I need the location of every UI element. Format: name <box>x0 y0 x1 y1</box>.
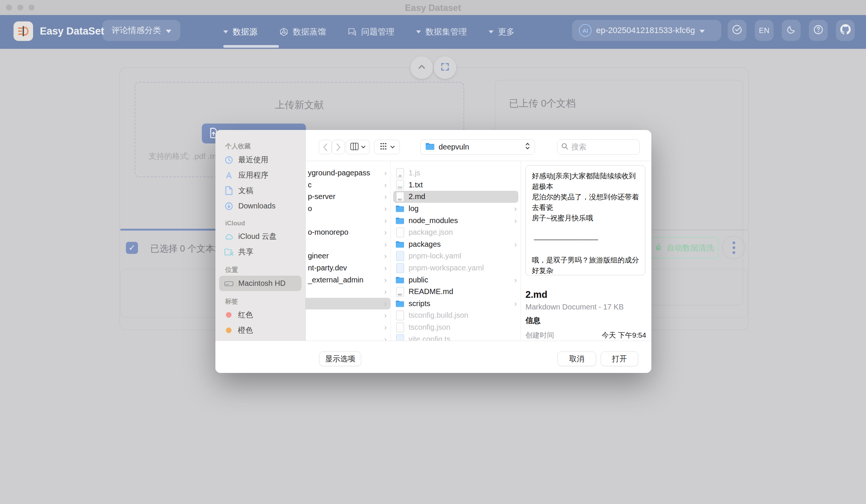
forward-button[interactable] <box>332 140 345 154</box>
sidebar-item-label: 共享 <box>238 247 253 257</box>
file-row[interactable]: package.json <box>391 226 521 238</box>
chevron-right-icon: › <box>384 252 387 260</box>
file-icon: MD <box>395 287 404 297</box>
auto-clean-label: 自动数据清洗 <box>667 243 714 253</box>
cancel-button[interactable]: 取消 <box>557 352 596 366</box>
file-row[interactable]: MD2.md <box>393 191 518 203</box>
nav-item-4[interactable]: 更多 <box>489 26 515 38</box>
sidebar-item-Macintosh HD[interactable]: Macintosh HD <box>219 276 301 291</box>
folder-row[interactable]: › <box>306 214 391 226</box>
model-selector[interactable]: AI ep-20250412181533-kfc6g <box>572 20 721 41</box>
file-row[interactable]: pnpm-workspace.yaml <box>391 262 521 274</box>
file-row[interactable]: JS1.js <box>391 167 521 179</box>
github-button[interactable] <box>836 20 855 41</box>
auto-clean-button[interactable]: 自动数据清洗 <box>649 237 719 258</box>
folder-row[interactable]: gineer› <box>306 250 391 262</box>
file-row[interactable]: pnpm-lock.yaml <box>391 250 521 262</box>
folder-row[interactable]: scripts› <box>391 298 521 310</box>
sidebar-item-最近使用[interactable]: 最近使用 <box>219 152 301 167</box>
project-selector-label: 评论情感分类 <box>112 25 161 36</box>
folder-row[interactable]: public› <box>391 274 521 286</box>
folder-row[interactable]: › <box>306 333 391 341</box>
sidebar-item-文稿[interactable]: 文稿 <box>219 183 301 198</box>
file-name: package.json <box>409 228 518 237</box>
sidebar-item-iCloud 云盘[interactable]: iCloud 云盘 <box>219 229 301 244</box>
file-icon: MD <box>395 192 404 202</box>
app-navbar: Easy DataSet 评论情感分类 数据源数据蒸馏问题管理数据集管理更多 A… <box>0 15 866 49</box>
help-button[interactable] <box>809 20 828 41</box>
folder-row[interactable]: nt-party.dev› <box>306 262 391 274</box>
folder-row[interactable]: o-monorepo› <box>306 226 391 238</box>
folder-row[interactable]: › <box>306 238 391 250</box>
chevron-right-icon: › <box>514 276 517 284</box>
sidebar-item-红色[interactable]: 红色 <box>219 307 301 323</box>
fullscreen-button[interactable] <box>434 56 456 79</box>
nav-item-label: 数据蒸馏 <box>293 26 326 38</box>
select-all-checkbox[interactable]: ✓ <box>126 242 138 254</box>
file-name: 1.txt <box>409 181 518 189</box>
search-placeholder: 搜索 <box>571 142 586 152</box>
ai-model-icon: AI <box>579 24 592 37</box>
group-by-button[interactable] <box>374 140 400 154</box>
folder-row[interactable]: p-server› <box>306 191 391 203</box>
open-button[interactable]: 打开 <box>601 352 638 366</box>
file-row[interactable]: vite.config.ts <box>391 333 521 341</box>
current-folder-dropdown[interactable]: deepvuln <box>420 139 535 155</box>
theme-button[interactable] <box>782 20 801 41</box>
chevron-up-icon <box>416 62 427 74</box>
sidebar-item-应用程序[interactable]: 应用程序 <box>219 167 301 183</box>
more-actions-button[interactable] <box>722 236 745 259</box>
sidebar-item-label: Downloads <box>238 202 276 210</box>
folder-row[interactable]: › <box>306 286 391 298</box>
macos-titlebar: Easy Dataset <box>0 0 866 15</box>
folder-row[interactable]: log› <box>391 203 521 215</box>
file-row[interactable]: tsconfig.build.json <box>391 309 521 321</box>
folder-icon <box>395 204 404 214</box>
folder-row[interactable]: yground-pagepass› <box>306 167 391 179</box>
info-label: 创建时间 <box>525 330 554 340</box>
sidebar-item-橙色[interactable]: 橙色 <box>219 323 301 338</box>
file-icon: JS <box>395 168 404 178</box>
folder-row[interactable]: o› <box>306 203 391 215</box>
sidebar-item-label: 文稿 <box>238 186 253 196</box>
sidebar-item-Downloads[interactable]: Downloads <box>219 198 301 214</box>
project-selector[interactable]: 评论情感分类 <box>102 20 180 41</box>
file-row[interactable]: MDREADME.md <box>391 286 521 298</box>
nav-item-3[interactable]: 数据集管理 <box>416 26 467 38</box>
file-row[interactable]: tsconfig.json <box>391 321 521 333</box>
folder-row[interactable]: packages› <box>391 238 521 250</box>
github-icon <box>840 24 851 37</box>
folder-row-label: p-server <box>308 192 335 201</box>
search-field[interactable]: 搜索 <box>557 139 640 155</box>
preview-pane: 好感动[亲亲]大家都陆陆续续收到超极本 尼泊尔的奖品了，没想到你还带着去看瓷 房… <box>521 161 651 341</box>
language-button[interactable]: EN <box>755 20 774 41</box>
back-button[interactable] <box>319 140 332 154</box>
cube-icon <box>279 27 288 36</box>
view-columns-button[interactable] <box>346 140 369 154</box>
chat-icon <box>348 27 357 36</box>
folder-row[interactable]: c› <box>306 179 391 191</box>
nav-item-0[interactable]: 数据源 <box>223 26 257 38</box>
folder-icon <box>395 239 404 249</box>
sidebar-item-共享[interactable]: 共享 <box>219 244 301 260</box>
folder-row[interactable]: › <box>306 309 391 321</box>
folder-row-label: c <box>308 181 312 189</box>
folder-row[interactable]: node_modules› <box>391 214 521 226</box>
tasks-check-button[interactable] <box>728 20 746 41</box>
file-row[interactable]: TXT1.txt <box>391 179 521 191</box>
nav-item-2[interactable]: 问题管理 <box>348 26 394 38</box>
show-options-button[interactable]: 显示选项 <box>319 352 361 366</box>
folder-row[interactable]: › <box>306 298 391 310</box>
caret-down-icon <box>416 30 421 33</box>
nav-item-1[interactable]: 数据蒸馏 <box>279 26 326 38</box>
chevron-right-icon: › <box>514 216 517 225</box>
file-open-dialog: 个人收藏最近使用应用程序文稿DownloadsiCloudiCloud 云盘共享… <box>215 130 651 373</box>
folder-row[interactable]: _external_admin› <box>306 274 391 286</box>
chevron-right-icon: › <box>384 240 387 249</box>
folder-row[interactable]: › <box>306 321 391 333</box>
chevron-right-icon: › <box>384 299 387 308</box>
file-icon <box>395 323 404 332</box>
collapse-panel-button[interactable] <box>410 56 433 79</box>
search-icon <box>561 143 568 152</box>
preview-file-name: 2.md <box>525 289 547 300</box>
